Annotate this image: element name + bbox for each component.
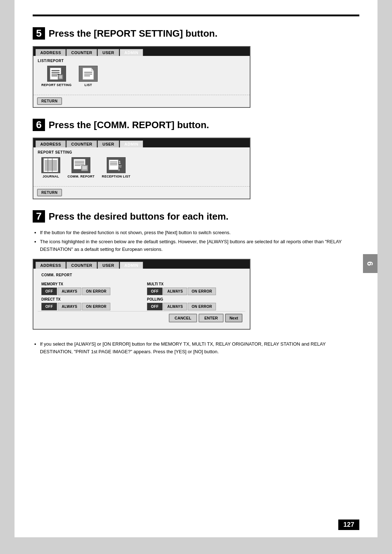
tab-counter-5[interactable]: COUNTER	[66, 49, 97, 56]
enter-button[interactable]: ENTER	[199, 314, 224, 322]
right-col: MULTI TX OFF ALWAYS ON ERROR POLLING OFF…	[147, 280, 242, 311]
bullet-2: The icons highlighted in the screen belo…	[40, 238, 359, 253]
step5-screen-inner: LIST/REPORT	[33, 56, 250, 95]
journal-label: JOURNAL	[42, 175, 59, 178]
polling-always[interactable]: ALWAYS	[163, 303, 187, 310]
list-item[interactable]: LIST	[79, 66, 98, 87]
step5-icon-row: REPORT SETTING LIST	[38, 66, 245, 87]
step6-return-bar: RETURN	[33, 186, 250, 199]
multi-tx-label: MULTI TX	[147, 282, 242, 286]
report-setting-svg	[49, 67, 64, 80]
page-content: 5 Press the [REPORT SETTING] button. ADD…	[15, 0, 377, 537]
step5-return-bar: RETURN	[33, 95, 250, 107]
svg-text:02: 02	[118, 164, 122, 168]
tab-user-7[interactable]: USER	[98, 262, 119, 269]
footer-bullets: If you select the [ALWAYS] or [ON ERROR]…	[40, 341, 359, 356]
tab-counter-7[interactable]: COUNTER	[66, 262, 97, 269]
step7-title: Press the desired buttons for each item.	[49, 211, 229, 222]
journal-svg	[43, 158, 58, 172]
step6-return-button[interactable]: RETURN	[37, 189, 62, 196]
step6-heading: 6 Press the [COMM. REPORT] button.	[33, 119, 359, 131]
page-number: 127	[338, 520, 359, 530]
multi-tx-always[interactable]: ALWAYS	[163, 288, 187, 295]
reception-list-label: RECEPTION LIST	[102, 175, 131, 178]
comm-report-item[interactable]: COMM. REPORT	[68, 157, 95, 178]
polling-off[interactable]: OFF	[147, 303, 163, 310]
polling-buttons: OFF ALWAYS ON ERROR	[147, 303, 242, 310]
tab-admin-7[interactable]: ADMIN	[120, 262, 143, 269]
tab-address-7[interactable]: ADDRESS	[36, 262, 66, 269]
list-label: LIST	[85, 83, 92, 87]
step5-title: Press the [REPORT SETTING] button.	[49, 28, 217, 39]
reception-list-icon: 1 02 3	[107, 157, 126, 173]
list-icon	[79, 66, 98, 82]
step7-screen-inner: COMM. REPORT MEMORY TX OFF ALWAYS ON ERR…	[33, 269, 250, 329]
direct-tx-label: DIRECT TX	[41, 297, 136, 301]
reception-list-svg: 1 02 3	[109, 158, 124, 172]
step7-tab-bar: ADDRESS COUNTER USER ADMIN	[33, 260, 250, 269]
direct-tx-always[interactable]: ALWAYS	[58, 303, 81, 310]
footer-bullet: If you select the [ALWAYS] or [ON ERROR]…	[40, 341, 359, 356]
memory-tx-always[interactable]: ALWAYS	[58, 288, 81, 295]
comm-report-svg	[73, 158, 89, 172]
top-rule	[33, 15, 359, 16]
tab-address-5[interactable]: ADDRESS	[36, 49, 66, 56]
step7-bullets: If the button for the desired function i…	[40, 229, 359, 253]
step5-section-label: LIST/REPORT	[38, 59, 245, 63]
direct-tx-off[interactable]: OFF	[41, 303, 57, 310]
report-setting-label: REPORT SETTING	[41, 83, 72, 87]
tab-user-6[interactable]: USER	[98, 140, 119, 147]
step7-heading: 7 Press the desired buttons for each ite…	[33, 210, 359, 223]
memory-tx-on-error[interactable]: ON ERROR	[82, 288, 110, 295]
polling-on-error[interactable]: ON ERROR	[188, 303, 216, 310]
step6-number: 6	[33, 119, 45, 131]
cancel-button[interactable]: CANCEL	[169, 314, 197, 322]
tab-user-5[interactable]: USER	[98, 49, 119, 56]
journal-item[interactable]: JOURNAL	[41, 157, 60, 178]
report-setting-item[interactable]: REPORT SETTING	[41, 66, 72, 87]
multi-tx-off[interactable]: OFF	[147, 288, 163, 295]
next-button[interactable]: Next	[225, 314, 242, 322]
bottom-btn-bar: CANCEL ENTER Next	[38, 311, 245, 325]
svg-rect-30	[81, 165, 88, 171]
step5-screen: ADDRESS COUNTER USER ADMIN LIST/REPORT	[33, 46, 250, 108]
step5-tab-bar: ADDRESS COUNTER USER ADMIN	[33, 47, 250, 56]
memory-tx-off[interactable]: OFF	[41, 288, 57, 295]
multi-tx-buttons: OFF ALWAYS ON ERROR	[147, 288, 242, 295]
step5-heading: 5 Press the [REPORT SETTING] button.	[33, 27, 359, 40]
comm-report-icon	[72, 157, 90, 173]
step6-tab-bar: ADDRESS COUNTER USER ADMIN	[33, 138, 250, 147]
side-tab: 6	[363, 254, 377, 273]
reception-list-item[interactable]: 1 02 3 RECEPTION LIST	[102, 157, 131, 178]
step6-title: Press the [COMM. REPORT] button.	[49, 119, 209, 131]
list-svg	[81, 67, 95, 80]
direct-tx-on-error[interactable]: ON ERROR	[82, 303, 110, 310]
step5-return-button[interactable]: RETURN	[37, 97, 62, 105]
step7-number: 7	[33, 210, 45, 223]
step6-section-label: REPORT SETTING	[38, 150, 245, 154]
step7-section-label: COMM. REPORT	[38, 272, 245, 277]
tab-admin-6[interactable]: ADMIN	[120, 140, 143, 147]
polling-label: POLLING	[147, 297, 242, 301]
tab-counter-6[interactable]: COUNTER	[66, 140, 97, 147]
report-setting-icon	[47, 66, 66, 82]
memory-tx-buttons: OFF ALWAYS ON ERROR	[41, 288, 136, 295]
tab-address-6[interactable]: ADDRESS	[36, 140, 66, 147]
bullet-1: If the button for the desired function i…	[40, 229, 359, 237]
memory-tx-label: MEMORY TX	[41, 282, 136, 286]
journal-icon	[41, 157, 60, 173]
svg-text:1: 1	[119, 160, 121, 164]
left-col: MEMORY TX OFF ALWAYS ON ERROR DIRECT TX …	[41, 280, 136, 311]
multi-tx-on-error[interactable]: ON ERROR	[188, 288, 216, 295]
svg-text:3: 3	[118, 168, 120, 172]
comm-report-label: COMM. REPORT	[68, 175, 95, 178]
step5-number: 5	[33, 27, 45, 40]
step7-screen: ADDRESS COUNTER USER ADMIN COMM. REPORT …	[33, 259, 250, 330]
direct-tx-buttons: OFF ALWAYS ON ERROR	[41, 303, 136, 310]
step6-screen: ADDRESS COUNTER USER ADMIN REPORT SETTIN…	[33, 138, 250, 199]
step6-icon-row: JOURNAL	[38, 157, 245, 178]
settings-columns: MEMORY TX OFF ALWAYS ON ERROR DIRECT TX …	[38, 280, 245, 311]
step6-screen-inner: REPORT SETTING	[33, 147, 250, 186]
tab-admin-5[interactable]: ADMIN	[120, 49, 143, 56]
